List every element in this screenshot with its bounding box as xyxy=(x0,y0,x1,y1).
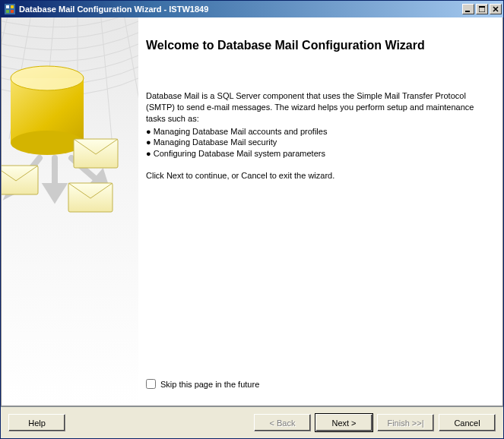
content-area: Welcome to Database Mail Configuration W… xyxy=(1,17,503,406)
window-title: Database Mail Configuration Wizard - IST… xyxy=(19,5,462,14)
skip-page-label: Skip this page in the future xyxy=(160,380,259,389)
skip-page-row[interactable]: Skip this page in the future xyxy=(146,379,484,389)
svg-rect-7 xyxy=(479,6,485,8)
window-controls xyxy=(462,4,502,14)
skip-page-checkbox[interactable] xyxy=(146,379,156,389)
svg-rect-5 xyxy=(465,11,470,12)
cancel-button[interactable]: Cancel xyxy=(439,414,496,431)
help-button[interactable]: Help xyxy=(8,414,65,431)
finish-button: Finish >>| xyxy=(377,414,434,431)
list-item: Configuring Database Mail system paramet… xyxy=(146,148,484,159)
next-button[interactable]: Next > xyxy=(315,414,372,431)
app-icon xyxy=(4,3,16,15)
database-icon xyxy=(11,66,84,155)
wizard-side-graphic xyxy=(2,17,138,406)
svg-point-10 xyxy=(11,131,84,155)
svg-rect-2 xyxy=(11,5,14,8)
list-item: Managing Database Mail security xyxy=(146,137,484,148)
svg-rect-3 xyxy=(6,10,9,13)
maximize-button[interactable] xyxy=(476,4,488,14)
list-item: Managing Database Mail accounts and prof… xyxy=(146,126,484,137)
feature-list: Managing Database Mail accounts and prof… xyxy=(146,126,484,160)
button-bar: Help < Back Next > Finish >>| Cancel xyxy=(1,406,503,438)
close-button[interactable] xyxy=(490,4,502,14)
page-heading: Welcome to Database Mail Configuration W… xyxy=(146,39,484,52)
main-panel: Welcome to Database Mail Configuration W… xyxy=(138,17,502,406)
back-button: < Back xyxy=(254,414,311,431)
minimize-button[interactable] xyxy=(462,4,474,14)
wizard-window: Database Mail Configuration Wizard - IST… xyxy=(0,0,504,439)
svg-rect-1 xyxy=(6,5,9,8)
continue-text: Click Next to continue, or Cancel to exi… xyxy=(146,170,484,182)
svg-marker-14 xyxy=(47,186,62,198)
intro-text: Database Mail is a SQL Server component … xyxy=(146,90,484,125)
titlebar: Database Mail Configuration Wizard - IST… xyxy=(1,1,503,17)
svg-rect-4 xyxy=(11,10,14,13)
svg-rect-17 xyxy=(2,166,38,194)
